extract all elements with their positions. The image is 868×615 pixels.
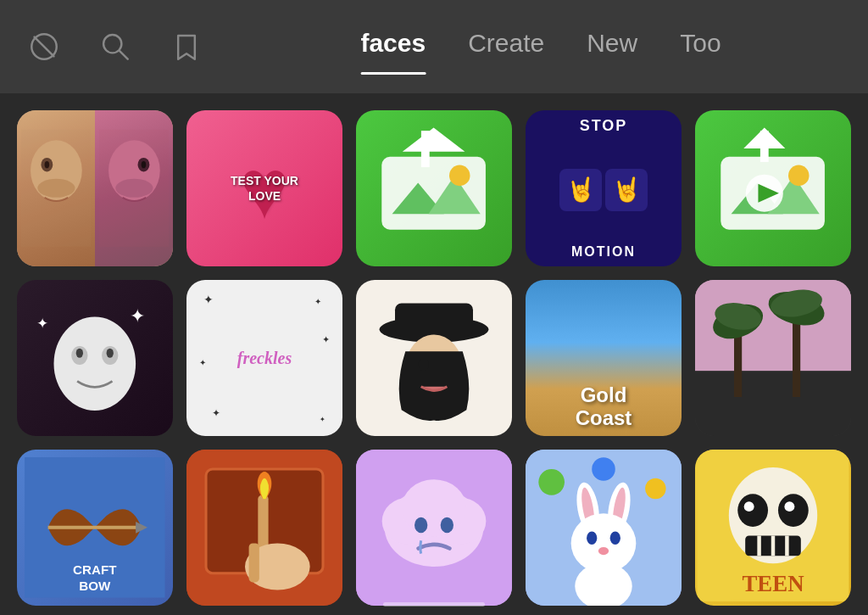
hand-right: 🤘 — [605, 169, 648, 211]
svg-rect-56 — [249, 543, 259, 582]
svg-rect-36 — [395, 304, 473, 336]
svg-text:CRAFT: CRAFT — [73, 562, 117, 577]
app-icon-craft-bow[interactable]: CRAFT BOW — [17, 450, 173, 606]
tab-tools[interactable]: Too — [680, 29, 721, 64]
stop-motion-top-label: STOP — [580, 117, 628, 135]
search-icon[interactable] — [97, 28, 134, 65]
app-icon-upload2[interactable] — [695, 110, 851, 266]
app-icon-beach[interactable] — [695, 280, 851, 436]
svg-point-74 — [610, 532, 620, 545]
svg-rect-8 — [21, 130, 92, 247]
hand-left: 🤘 — [559, 169, 602, 211]
app-icon-teen[interactable]: TEEN — [695, 450, 851, 606]
svg-point-63 — [441, 517, 453, 533]
app-icon-freckles[interactable]: freckles ✦ ✦ ✦ ✦ ✦ ✦ — [186, 280, 342, 436]
svg-point-23 — [788, 165, 810, 187]
svg-text:✦: ✦ — [130, 306, 145, 327]
app-icon-fire[interactable] — [186, 450, 342, 606]
svg-line-1 — [35, 37, 54, 57]
app-icon-portrait[interactable] — [356, 280, 512, 436]
freckles-label: freckles — [237, 349, 292, 368]
svg-point-75 — [598, 547, 609, 555]
svg-point-61 — [402, 479, 467, 536]
scroll-indicator — [383, 602, 485, 607]
app-icon-upload1[interactable] — [356, 110, 512, 266]
svg-text:BOW: BOW — [79, 579, 111, 594]
tab-create[interactable]: Create — [468, 29, 544, 64]
svg-point-29 — [54, 317, 136, 411]
svg-point-66 — [645, 478, 666, 500]
svg-marker-19 — [403, 128, 465, 152]
svg-point-17 — [449, 165, 470, 187]
svg-point-81 — [744, 501, 754, 512]
svg-point-33 — [107, 349, 114, 358]
bookmark-icon[interactable] — [168, 28, 205, 65]
svg-point-67 — [592, 457, 615, 481]
nav-bar: faces Create New Too — [0, 0, 868, 93]
svg-text:✦: ✦ — [36, 316, 48, 333]
svg-point-62 — [415, 517, 427, 533]
love-text-line2: LOVE — [248, 189, 281, 203]
app-icon-face-mask[interactable]: ✦ ✦ — [17, 280, 173, 436]
app-icon-love[interactable]: ♥ TEST YOUR LOVE — [186, 110, 342, 266]
nav-tabs: faces Create New Too — [239, 29, 843, 64]
svg-point-32 — [76, 349, 83, 358]
stop-motion-bottom-label: MOTION — [571, 244, 636, 260]
svg-point-38 — [419, 358, 429, 371]
svg-rect-13 — [99, 130, 170, 247]
svg-line-3 — [120, 51, 128, 59]
love-text-line1: TEST YOUR — [231, 174, 298, 187]
svg-point-79 — [737, 494, 768, 527]
app-icon-gold-coast[interactable]: Gold Coast — [526, 280, 682, 436]
gold-coast-label: Gold Coast — [576, 384, 632, 429]
tab-trending[interactable]: faces — [360, 29, 426, 64]
app-icon-cloud[interactable] — [356, 450, 512, 606]
svg-rect-40 — [695, 371, 851, 436]
svg-point-80 — [778, 494, 809, 527]
app-icon-stop-motion[interactable]: STOP 🤘 🤘 MOTION — [526, 110, 682, 266]
app-icon-faces[interactable] — [17, 110, 173, 266]
svg-point-65 — [538, 469, 565, 495]
tab-new[interactable]: New — [587, 29, 637, 64]
svg-rect-14 — [382, 157, 487, 230]
svg-marker-27 — [744, 128, 786, 149]
svg-point-73 — [587, 532, 597, 545]
block-icon[interactable] — [25, 28, 63, 65]
svg-point-82 — [784, 501, 794, 512]
app-icon-bunny[interactable] — [526, 450, 682, 606]
app-grid: ♥ TEST YOUR LOVE STOP 🤘 🤘 MOTION — [0, 93, 868, 606]
svg-text:TEEN: TEEN — [742, 571, 804, 596]
